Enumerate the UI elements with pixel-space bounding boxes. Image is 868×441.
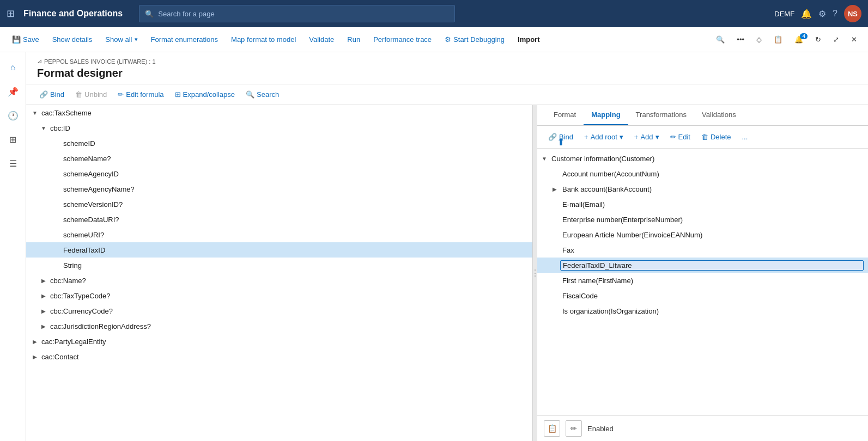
tab-transformations[interactable]: Transformations [628, 105, 694, 125]
tree-item[interactable]: schemeVersionID? [26, 197, 532, 212]
debug-icon: ⚙ [445, 35, 451, 44]
toolbar-palette-icon[interactable]: 📋 [769, 32, 787, 47]
expand-icon[interactable]: ▶ [39, 291, 48, 300]
tab-mapping[interactable]: Mapping [584, 105, 628, 125]
collapse-icon[interactable]: ▼ [31, 108, 39, 117]
tree-item[interactable]: ▶ cbc:TaxTypeCode? [26, 288, 532, 303]
tab-validations[interactable]: Validations [694, 105, 744, 125]
search-sub-icon: 🔍 [246, 90, 254, 99]
tree-item[interactable]: schemeURI? [26, 227, 532, 242]
sidebar-recent-icon[interactable]: 🕐 [3, 106, 23, 125]
tree-item[interactable]: ▶ cac:JurisdictionRegionAddress? [26, 318, 532, 334]
map-format-button[interactable]: Map format to model [226, 32, 301, 47]
save-button[interactable]: 💾 Save [7, 32, 45, 47]
map-bind-button[interactable]: 🔗 Bind ⬆ [544, 130, 578, 144]
expand-icon[interactable]: ▶ [39, 307, 48, 315]
bind-button[interactable]: 🔗 Bind [35, 88, 69, 101]
map-item[interactable]: Enterprise number(EnterpriseNumber) [537, 212, 868, 227]
filter-icon: ⊿ [37, 58, 42, 65]
start-debugging-button[interactable]: ⚙ Start Debugging [439, 32, 510, 47]
expand-icon[interactable]: ▶ [39, 322, 48, 330]
settings-icon[interactable]: ⚙ [818, 9, 826, 19]
tree-item[interactable]: ▼ cbc:ID [26, 120, 532, 136]
show-details-button[interactable]: Show details [47, 32, 98, 47]
tree-item-selected[interactable]: FederalTaxID [26, 242, 532, 258]
search-input[interactable] [158, 10, 449, 18]
tree-item-label: cac:JurisdictionRegionAddress? [48, 322, 532, 330]
notification-icon[interactable]: 🔔 [801, 9, 812, 19]
search-button[interactable]: 🔍 Search [241, 88, 283, 101]
tree-item[interactable]: ▼ cac:TaxScheme [26, 105, 532, 120]
tree-item-label: cac:Contact [39, 353, 532, 361]
map-item[interactable]: ▼ Customer information(Customer) [537, 151, 868, 166]
map-item[interactable]: European Article Number(EinvoiceEANNum) [537, 227, 868, 242]
tree-item[interactable]: ▶ cbc:Name? [26, 273, 532, 288]
notifications-badge[interactable]: 🔔4 [790, 32, 808, 47]
avatar[interactable]: NS [844, 5, 861, 22]
map-more-button[interactable]: ... [738, 130, 752, 144]
tree-item[interactable]: ▶ cac:PartyLegalEntity [26, 334, 532, 349]
import-button[interactable]: Import [512, 32, 545, 47]
validate-button[interactable]: Validate [304, 32, 339, 47]
tree-item[interactable]: schemeAgencyID [26, 166, 532, 181]
toolbar-close-icon[interactable]: ✕ [847, 32, 861, 47]
expand-icon[interactable]: ▶ [31, 352, 39, 361]
grid-icon[interactable]: ⊞ [7, 8, 15, 20]
app-title: Finance and Operations [23, 9, 123, 19]
show-all-button[interactable]: Show all [100, 32, 143, 47]
help-icon[interactable]: ? [833, 9, 837, 19]
toolbar-more-icon[interactable]: ••• [732, 32, 749, 47]
map-add-icon: + [634, 133, 639, 141]
run-button[interactable]: Run [342, 32, 366, 47]
expand-icon[interactable]: ▶ [31, 337, 39, 346]
map-delete-button[interactable]: 🗑 Delete [697, 130, 736, 144]
expand-icon [52, 261, 61, 270]
toolbar-expand-icon[interactable]: ⤢ [829, 32, 843, 47]
map-item[interactable]: FiscalCode [537, 288, 868, 303]
toolbar-refresh-icon[interactable]: ↻ [811, 32, 825, 47]
sidebar-pin-icon[interactable]: 📌 [3, 82, 23, 101]
sidebar-home-icon[interactable]: ⌂ [3, 58, 23, 77]
tree-item[interactable]: schemeAgencyName? [26, 181, 532, 197]
expand-icon [52, 169, 61, 178]
tree-item-label: schemeURI? [61, 231, 532, 239]
toolbar-search-icon[interactable]: 🔍 [712, 32, 729, 47]
toolbar-right-group: 🔍 ••• ◇ 📋 🔔4 ↻ ⤢ ✕ [712, 32, 861, 47]
sidebar-workspace-icon[interactable]: ⊞ [3, 130, 23, 149]
map-edit-button[interactable]: ✏ Edit [666, 130, 695, 144]
tree-item[interactable]: schemeName? [26, 151, 532, 166]
map-item[interactable]: Is organization(IsOrganization) [537, 303, 868, 318]
expand-icon[interactable]: ▶ [553, 186, 560, 192]
map-item-selected[interactable]: FederalTaxID_Litware [537, 258, 868, 273]
toolbar-diamond-icon[interactable]: ◇ [752, 32, 766, 47]
unbind-button[interactable]: 🗑 Unbind [71, 88, 111, 101]
expand-icon[interactable]: ▶ [39, 276, 48, 285]
map-add-button[interactable]: + Add ▾ [630, 130, 664, 144]
map-item[interactable]: E-mail(Email) [537, 197, 868, 212]
formula-icon: ✏ [118, 90, 124, 99]
panel-resizer[interactable] [533, 105, 537, 441]
map-add-root-button[interactable]: + Add root ▾ [580, 130, 628, 144]
map-item[interactable]: First name(FirstName) [537, 273, 868, 288]
sidebar-list-icon[interactable]: ☰ [3, 154, 23, 173]
mapping-copy-button[interactable]: 📋 [544, 420, 560, 437]
edit-formula-button[interactable]: ✏ Edit formula [113, 88, 168, 101]
map-item-label: Account number(AccountNum) [560, 170, 864, 178]
tree-item[interactable]: ▶ cbc:CurrencyCode? [26, 303, 532, 318]
performance-trace-button[interactable]: Performance trace [368, 32, 437, 47]
map-item[interactable]: ▶ Bank account(BankAccount) [537, 181, 868, 197]
collapse-icon[interactable]: ▼ [39, 124, 48, 132]
tree-item[interactable]: ▶ cac:Contact [26, 349, 532, 364]
tree-item-label: FederalTaxID [61, 246, 532, 254]
expand-collapse-button[interactable]: ⊞ Expand/collapse [171, 88, 239, 101]
map-item[interactable]: Fax [537, 242, 868, 258]
tree-item[interactable]: schemeDataURI? [26, 212, 532, 227]
tree-item[interactable]: schemeID [26, 136, 532, 151]
collapse-icon[interactable]: ▼ [542, 156, 549, 162]
tree-item[interactable]: String [26, 258, 532, 273]
mapping-edit-bottom-button[interactable]: ✏ [566, 420, 582, 437]
tab-format[interactable]: Format [546, 105, 584, 125]
map-item[interactable]: Account number(AccountNum) [537, 166, 868, 181]
format-enumerations-button[interactable]: Format enumerations [145, 32, 224, 47]
tree-item-label: cbc:Name? [48, 277, 532, 285]
